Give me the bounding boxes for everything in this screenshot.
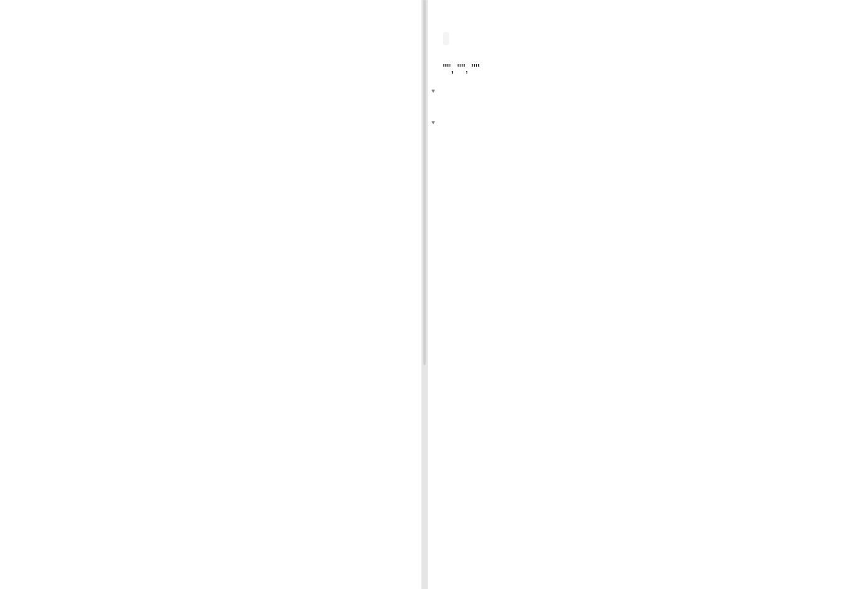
source-editor-pane[interactable] (0, 0, 421, 589)
inline-code (443, 32, 449, 45)
paragraph (443, 30, 843, 48)
dataview-table-2 (449, 135, 849, 147)
pane-divider[interactable] (421, 0, 428, 589)
preview-pane[interactable]: "", "", "" ▾ ▾ (428, 0, 868, 589)
frontmatter-block: "", "", "" (443, 59, 843, 79)
table-row (449, 135, 849, 147)
fold-caret-icon[interactable]: ▾ (431, 117, 440, 126)
fold-caret-icon[interactable]: ▾ (431, 86, 440, 94)
